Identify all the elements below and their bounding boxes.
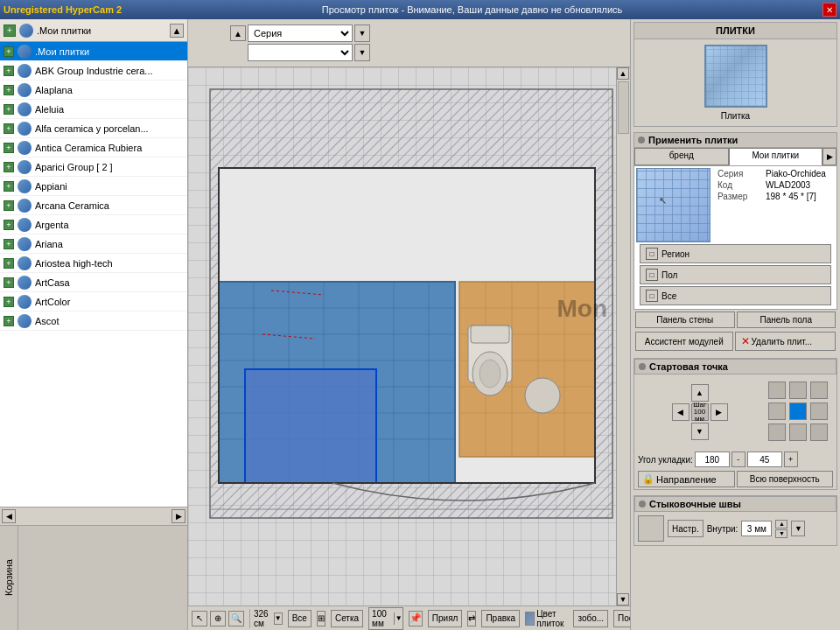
add-antica[interactable]: + xyxy=(4,143,14,153)
pattern-cell-8[interactable] xyxy=(789,424,807,441)
brand-item-artcolor[interactable]: + ArtColor xyxy=(0,292,187,312)
pattern-cell-9[interactable] xyxy=(810,424,828,441)
dir-down-button[interactable]: ▼ xyxy=(691,423,709,440)
sidebar-prev-button[interactable]: ◀ xyxy=(2,509,16,523)
add-artcasa[interactable]: + xyxy=(4,277,14,288)
pin-tool[interactable]: 📌 xyxy=(409,611,423,626)
brand-item-argenta[interactable]: + Argenta xyxy=(0,215,187,234)
tool-cursor[interactable]: ↖ xyxy=(192,611,207,626)
apply-all-button[interactable]: □ Все xyxy=(640,286,831,305)
add-arcana[interactable]: + xyxy=(4,200,14,211)
grid-size-dropdown[interactable]: ▼ xyxy=(394,612,402,625)
scroll-thumb[interactable] xyxy=(618,81,629,134)
straight-button[interactable]: Приял xyxy=(428,610,463,627)
more-button[interactable]: зобо... xyxy=(573,610,608,627)
brand-item-antica[interactable]: + Antica Ceramica Rubiera xyxy=(0,138,187,158)
brand-artcolor-label: ArtColor xyxy=(35,297,70,307)
sidebar-scroll-up[interactable]: ▲ xyxy=(170,24,184,38)
tabs-scroll-right[interactable]: ▶ xyxy=(822,148,836,165)
tool-target[interactable]: ⊕ xyxy=(210,611,226,626)
zoom-dropdown[interactable]: ▼ xyxy=(274,612,283,625)
series-arrow-up[interactable]: ▲ xyxy=(230,25,246,41)
apply-floor-button[interactable]: □ Пол xyxy=(640,265,831,284)
direction-button[interactable]: 🔒 Направление xyxy=(638,471,735,487)
sidebar-next-button[interactable]: ▶ xyxy=(172,509,186,523)
series-dropdown[interactable]: ▼ xyxy=(354,24,370,42)
grout-up-button[interactable]: ▲ xyxy=(775,520,788,528)
brand-item-alaplana[interactable]: + Alaplana xyxy=(0,80,187,100)
grout-dropdown[interactable]: ▼ xyxy=(791,521,805,536)
angle-value1-input[interactable] xyxy=(695,452,730,467)
add-artcolor[interactable]: + xyxy=(4,297,14,307)
add-appiani[interactable]: + xyxy=(4,181,14,192)
dir-up-button[interactable]: ▲ xyxy=(691,384,709,402)
canvas-scrollbar[interactable]: ▲ ▼ xyxy=(616,67,630,606)
dir-right-button[interactable]: ▶ xyxy=(710,403,728,421)
surface-button[interactable]: Всю поверхность xyxy=(737,471,834,487)
pattern-cell-1[interactable] xyxy=(768,382,786,399)
brand-aleluia-label: Aleluia xyxy=(35,104,64,115)
tiles-header: ПЛИТКИ xyxy=(634,23,836,39)
brand-item-artcasa[interactable]: + ArtCasa xyxy=(0,273,187,292)
grout-settings-button[interactable]: Настр. xyxy=(668,520,704,537)
brand-item-my-tiles[interactable]: + .Мои плитки xyxy=(0,42,187,61)
tile-grid-overlay xyxy=(706,46,766,106)
subseries-select[interactable] xyxy=(248,44,353,61)
tab-brand[interactable]: бренд xyxy=(634,148,729,165)
add-abk[interactable]: + xyxy=(4,66,14,76)
angle-plus-button[interactable]: + xyxy=(784,452,798,467)
pattern-cell-5[interactable] xyxy=(789,402,807,420)
brand-item-arcana[interactable]: + Arcana Ceramica xyxy=(0,196,187,215)
brand-icon-header xyxy=(19,24,33,38)
series-select[interactable]: Серия xyxy=(248,24,353,42)
add-brand-button[interactable]: + xyxy=(4,24,16,37)
add-ascot[interactable]: + xyxy=(4,316,14,326)
pattern-cell-7[interactable] xyxy=(768,424,786,441)
tool-zoom[interactable]: 🔍 xyxy=(228,611,244,626)
toolbar-top: ▲ Серия ▼ ▼ xyxy=(188,19,630,67)
add-aleluia[interactable]: + xyxy=(4,104,14,115)
apply-region-button[interactable]: □ Регион xyxy=(640,244,831,263)
pattern-cell-6[interactable] xyxy=(810,402,828,420)
brand-item-abk[interactable]: + ABK Group Industrie cera... xyxy=(0,61,187,80)
assistant-button[interactable]: Ассистент модулей xyxy=(635,332,733,351)
pattern-cell-4[interactable] xyxy=(768,402,786,420)
add-aparici[interactable]: + xyxy=(4,162,14,172)
close-button[interactable]: ✕ xyxy=(822,3,836,17)
window-title: Просмотр плиток - Внимание, Ваши данные … xyxy=(122,4,822,15)
grout-value-input[interactable] xyxy=(741,521,772,536)
add-alaplana[interactable]: + xyxy=(4,85,14,95)
add-alfa[interactable]: + xyxy=(4,123,14,134)
angle-value2-input[interactable] xyxy=(747,452,782,467)
brand-item-aleluia[interactable]: + Aleluia xyxy=(0,100,187,119)
tab-my-tiles[interactable]: Мои плитки xyxy=(729,148,823,165)
add-ariana[interactable]: + xyxy=(4,239,14,249)
add-my-tiles[interactable]: + xyxy=(4,46,14,57)
add-ariostea[interactable]: + xyxy=(4,258,14,269)
edit-button[interactable]: Правка xyxy=(481,610,520,627)
delete-button[interactable]: ✕ Удалить плит... xyxy=(735,332,836,351)
subseries-dropdown[interactable]: ▼ xyxy=(354,44,370,61)
pattern-cell-2[interactable] xyxy=(789,382,807,399)
start-point-controls: ▲ ◀ Шаг 100 мм ▶ ▼ xyxy=(634,374,836,450)
wall-panel-button[interactable]: Панель стены xyxy=(635,312,735,328)
grout-down-button[interactable]: ▼ xyxy=(775,529,788,538)
pos-button[interactable]: Пос xyxy=(613,610,630,627)
brand-item-ascot[interactable]: + Ascot xyxy=(0,312,187,331)
view-toggle[interactable]: ⊞ xyxy=(317,611,326,626)
pattern-cell-3[interactable] xyxy=(810,382,828,399)
brand-item-alfa[interactable]: + Alfa ceramica y porcelan... xyxy=(0,119,187,138)
brand-item-ariana[interactable]: + Ariana xyxy=(0,234,187,254)
grid-button[interactable]: Сетка xyxy=(331,610,363,627)
scroll-up-btn[interactable]: ▲ xyxy=(617,67,629,80)
all-button[interactable]: Все xyxy=(288,610,312,627)
transform-tool[interactable]: ⇄ xyxy=(467,611,476,626)
angle-minus-button[interactable]: - xyxy=(732,452,746,467)
floor-panel-button[interactable]: Панель пола xyxy=(737,312,836,328)
scroll-down-btn[interactable]: ▼ xyxy=(617,593,629,606)
brand-item-ariostea[interactable]: + Ariostea high-tech xyxy=(0,254,187,273)
brand-item-aparici[interactable]: + Aparici Group [ 2 ] xyxy=(0,158,187,177)
brand-item-appiani[interactable]: + Appiani xyxy=(0,177,187,196)
add-argenta[interactable]: + xyxy=(4,220,14,230)
dir-left-button[interactable]: ◀ xyxy=(672,403,690,421)
